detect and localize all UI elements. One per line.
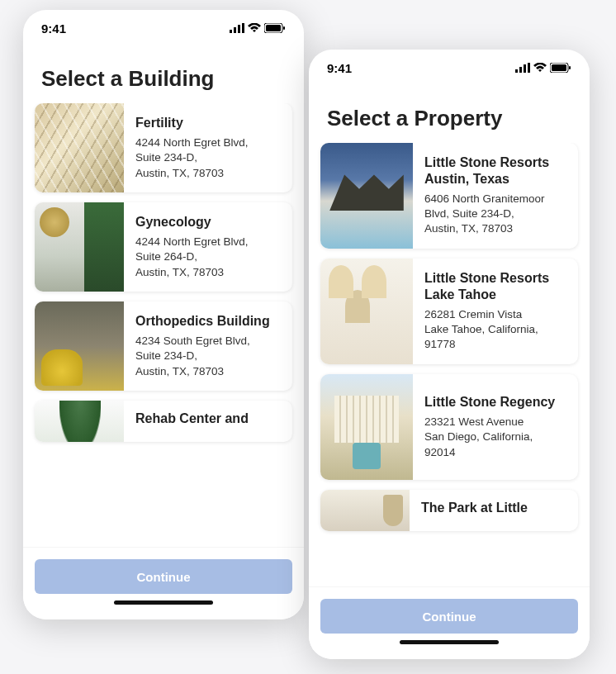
battery-icon	[264, 23, 286, 33]
card-title: Little Stone Resorts Austin, Texas	[424, 154, 568, 186]
card-title: The Park at Little	[421, 500, 528, 515]
cellular-icon	[515, 63, 530, 73]
cellular-icon	[230, 23, 244, 33]
card-title: Gynecology	[135, 214, 249, 230]
svg-rect-7	[515, 69, 518, 73]
card-text: The Park at Little	[410, 490, 538, 531]
property-thumbnail	[320, 259, 413, 364]
card-address: 6406 North Granitemoor Blvd, Suite 234-D…	[424, 192, 568, 237]
building-thumbnail	[35, 401, 124, 442]
page-title: Select a Building	[23, 46, 304, 103]
home-indicator	[114, 600, 213, 605]
phone-select-property: 9:41 Select a Property Little Stone Reso…	[309, 50, 590, 659]
property-card-lake-tahoe[interactable]: Little Stone Resorts Lake Tahoe 26281 Cr…	[320, 259, 578, 364]
phone-select-building: 9:41 Select a Building Fertility 4244 No…	[23, 10, 304, 619]
building-thumbnail	[35, 301, 124, 391]
status-time: 9:41	[41, 21, 66, 36]
svg-rect-6	[283, 26, 285, 30]
building-card-rehab[interactable]: Rehab Center and	[35, 401, 292, 442]
svg-rect-13	[569, 66, 571, 69]
status-bar: 9:41	[23, 10, 304, 46]
card-text: Little Stone Resorts Lake Tahoe 26281 Cr…	[413, 259, 578, 364]
card-text: Little Stone Regency 23321 West Avenue S…	[413, 374, 565, 480]
property-thumbnail	[320, 374, 413, 480]
svg-rect-0	[230, 30, 232, 33]
status-time: 9:41	[327, 61, 352, 75]
card-title: Rehab Center and	[135, 411, 249, 426]
building-card-orthopedics[interactable]: Orthopedics Building 4234 South Egret Bl…	[35, 301, 292, 391]
property-card-austin[interactable]: Little Stone Resorts Austin, Texas 6406 …	[320, 143, 578, 249]
continue-button[interactable]: Continue	[320, 599, 578, 634]
svg-rect-8	[519, 67, 522, 73]
status-icons	[230, 23, 286, 33]
card-text: Fertility 4244 North Egret Blvd, Suite 2…	[124, 103, 258, 192]
home-indicator	[400, 640, 499, 644]
property-list[interactable]: Little Stone Resorts Austin, Texas 6406 …	[309, 143, 590, 586]
card-address: 4234 South Egret Blvd, Suite 234-D, Aust…	[135, 334, 270, 379]
card-address: 26281 Cremin Vista Lake Tahoe, Californi…	[424, 307, 568, 353]
status-icons	[515, 63, 571, 73]
card-title: Orthopedics Building	[135, 313, 270, 329]
building-thumbnail	[35, 103, 124, 192]
svg-rect-9	[524, 64, 526, 73]
card-address: 23321 West Avenue San Diego, California,…	[424, 415, 555, 460]
building-card-gynecology[interactable]: Gynecology 4244 North Egret Blvd, Suite …	[35, 202, 292, 292]
card-title: Little Stone Resorts Lake Tahoe	[424, 270, 568, 301]
page-title: Select a Property	[309, 86, 590, 143]
svg-rect-12	[552, 64, 566, 71]
wifi-icon	[533, 63, 547, 73]
card-text: Gynecology 4244 North Egret Blvd, Suite …	[124, 202, 258, 292]
card-address: 4244 North Egret Blvd, Suite 234-D, Aust…	[135, 135, 249, 181]
card-text: Orthopedics Building 4234 South Egret Bl…	[124, 301, 280, 391]
card-title: Fertility	[135, 115, 249, 131]
svg-rect-3	[242, 23, 244, 33]
building-card-fertility[interactable]: Fertility 4244 North Egret Blvd, Suite 2…	[35, 103, 292, 192]
bottom-bar: Continue	[23, 547, 304, 619]
wifi-icon	[248, 23, 261, 33]
building-list[interactable]: Fertility 4244 North Egret Blvd, Suite 2…	[23, 103, 304, 547]
svg-rect-10	[528, 63, 530, 73]
bottom-bar: Continue	[309, 586, 590, 659]
property-thumbnail	[320, 143, 413, 249]
building-thumbnail	[35, 202, 124, 292]
property-card-park[interactable]: The Park at Little	[320, 490, 578, 531]
battery-icon	[550, 63, 571, 73]
property-card-regency[interactable]: Little Stone Regency 23321 West Avenue S…	[320, 374, 578, 480]
svg-rect-2	[238, 25, 240, 33]
svg-rect-1	[234, 27, 236, 33]
status-bar: 9:41	[309, 50, 590, 86]
property-thumbnail	[320, 490, 410, 531]
card-address: 4244 North Egret Blvd, Suite 264-D, Aust…	[135, 235, 249, 280]
card-text: Rehab Center and	[124, 401, 258, 442]
svg-rect-5	[266, 25, 281, 31]
card-title: Little Stone Regency	[424, 394, 555, 410]
card-text: Little Stone Resorts Austin, Texas 6406 …	[413, 143, 578, 249]
continue-button[interactable]: Continue	[35, 559, 292, 594]
